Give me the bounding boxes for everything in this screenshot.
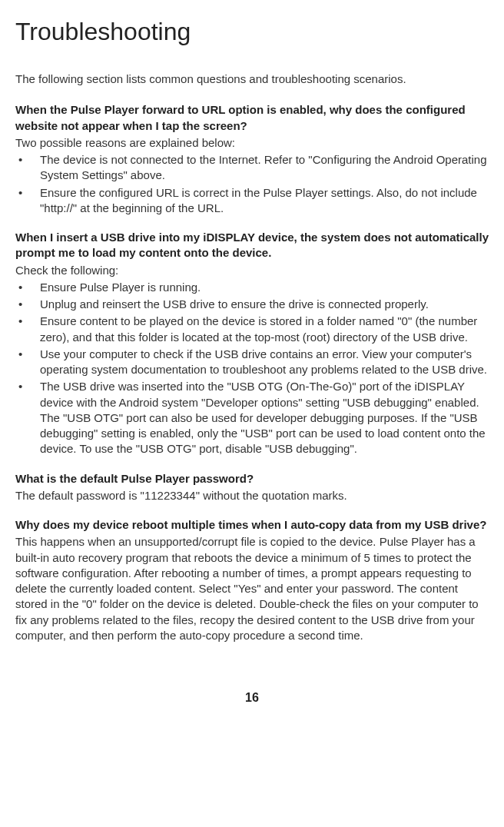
section-0: When the Pulse Player forward to URL opt… bbox=[15, 102, 489, 216]
page-number: 16 bbox=[15, 689, 489, 706]
section-3: Why does my device reboot multiple times… bbox=[15, 517, 489, 643]
list-item: Ensure the configured URL is correct in … bbox=[15, 185, 489, 217]
question-0: When the Pulse Player forward to URL opt… bbox=[15, 102, 489, 134]
section-2: What is the default Pulse Player passwor… bbox=[15, 471, 489, 504]
list-item: Ensure Pulse Player is running. bbox=[15, 280, 489, 295]
list-item: Unplug and reinsert the USB drive to ens… bbox=[15, 297, 489, 312]
page-title: Troubleshooting bbox=[15, 15, 489, 48]
list-item: The device is not connected to the Inter… bbox=[15, 152, 489, 184]
answer-0: Two possible reasons are explained below… bbox=[15, 135, 489, 151]
section-1: When I insert a USB drive into my iDISPL… bbox=[15, 230, 489, 457]
question-2: What is the default Pulse Player passwor… bbox=[15, 471, 489, 487]
answer-2: The default password is "11223344" witho… bbox=[15, 488, 489, 503]
question-1: When I insert a USB drive into my iDISPL… bbox=[15, 230, 489, 261]
answer-3: This happens when an unsupported/corrupt… bbox=[15, 534, 489, 643]
question-3: Why does my device reboot multiple times… bbox=[15, 517, 489, 533]
bullet-list-0: The device is not connected to the Inter… bbox=[15, 152, 489, 216]
list-item: The USB drive was inserted into the "USB… bbox=[15, 379, 489, 457]
intro-text: The following section lists common quest… bbox=[15, 71, 489, 87]
answer-1: Check the following: bbox=[15, 263, 489, 278]
bullet-list-1: Ensure Pulse Player is running. Unplug a… bbox=[15, 280, 489, 457]
list-item: Ensure content to be played on the devic… bbox=[15, 314, 489, 345]
list-item: Use your computer to check if the USB dr… bbox=[15, 347, 489, 378]
